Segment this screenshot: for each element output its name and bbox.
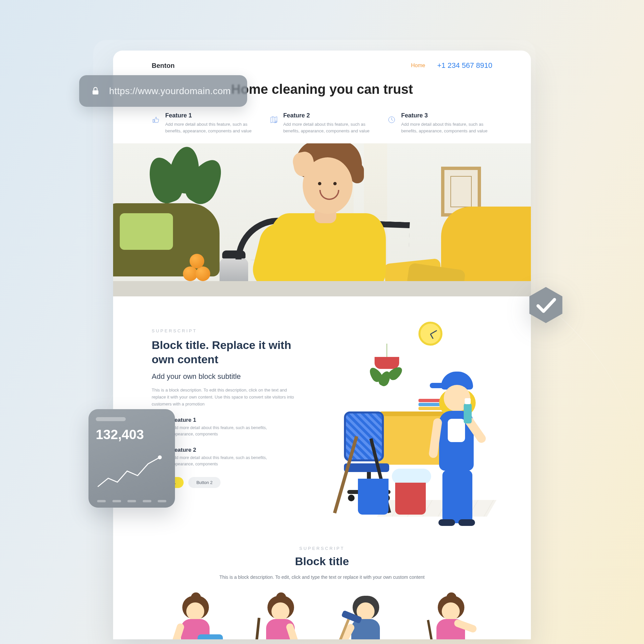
svg-marker-2 [529, 287, 562, 323]
nav-home-link[interactable]: Home [411, 63, 425, 69]
block1-feature-2: Feature 2 Add more detail about this fea… [152, 447, 315, 467]
brand-name: Benton [152, 62, 175, 70]
block1-subtitle: Add your own block subtitle [152, 372, 315, 381]
feature-1-desc: Add more detail about this feature, such… [165, 121, 256, 134]
map-icon [270, 112, 278, 127]
content-block-2: SUPERSCRIPT Block title This is a block … [152, 528, 492, 639]
stats-label-placeholder [96, 417, 126, 421]
feature-3-desc: Add more detail about this feature, such… [401, 121, 492, 134]
success-check-badge [526, 285, 565, 325]
block1-feature-1-desc: Add more detail about this feature, such… [171, 425, 277, 437]
block1-description: This is a block description. To edit thi… [152, 387, 295, 407]
lock-icon [90, 86, 100, 96]
hero-image [113, 143, 531, 296]
svg-rect-0 [92, 90, 98, 94]
cleaner-figure-3 [328, 594, 401, 639]
cleaner-figure-2 [243, 594, 316, 639]
button-2[interactable]: Button 2 [188, 477, 220, 488]
thumbs-up-icon [152, 112, 160, 127]
topbar: Benton Home +1 234 567 8910 [152, 51, 492, 73]
nav-phone[interactable]: +1 234 567 8910 [437, 61, 492, 70]
feature-2-title: Feature 2 [283, 112, 374, 119]
feature-3: Feature 3 Add more detail about this fea… [388, 112, 492, 134]
feature-2: Feature 2 Add more detail about this fea… [270, 112, 375, 134]
block1-title: Block title. Replace it with own content [152, 338, 291, 366]
top-nav: Home +1 234 567 8910 [411, 61, 492, 70]
features-row: Feature 1 Add more detail about this fea… [152, 112, 492, 134]
block2-title: Block title [152, 555, 492, 568]
feature-1: Feature 1 Add more detail about this fea… [152, 112, 256, 134]
url-text: https://www.yourdomain.com [109, 86, 231, 96]
clock-icon [388, 112, 396, 127]
block1-feature-1-title: Feature 1 [171, 417, 277, 423]
feature-2-desc: Add more detail about this feature, such… [283, 121, 374, 134]
wall-clock-icon [418, 322, 442, 346]
website-preview: Benton Home +1 234 567 8910 Home cleanin… [113, 51, 531, 639]
svg-point-1 [158, 455, 162, 459]
block2-description: This is a block description. To edit, cl… [219, 574, 425, 581]
block1-feature-1: Feature 1 Add more detail about this fea… [152, 417, 315, 437]
cleaner-figure-4 [413, 594, 486, 639]
hanging-plant-icon [369, 344, 405, 369]
content-block-1: SUPERSCRIPT Block title. Replace it with… [152, 296, 492, 528]
stats-card: 132,403 [88, 409, 175, 508]
block1-feature-2-title: Feature 2 [171, 447, 277, 453]
stats-axis [96, 500, 168, 503]
cleaner-figure-1 [158, 594, 231, 639]
feature-1-title: Feature 1 [165, 112, 256, 119]
block1-superscript: SUPERSCRIPT [152, 328, 315, 333]
block1-feature-2-desc: Add more detail about this feature, such… [171, 455, 277, 467]
stats-value: 132,403 [96, 427, 168, 442]
people-illustration-row [152, 594, 492, 639]
feature-3-title: Feature 3 [401, 112, 492, 119]
url-bar: https://www.yourdomain.com [79, 75, 247, 107]
block2-superscript: SUPERSCRIPT [152, 546, 492, 551]
trend-sparkline-icon [96, 445, 168, 500]
block1-illustration [329, 328, 492, 515]
